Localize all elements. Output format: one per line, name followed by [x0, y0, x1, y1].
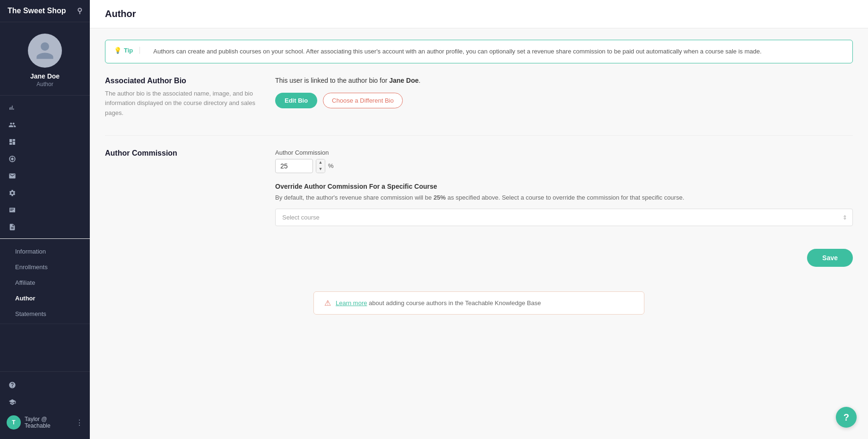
- save-button[interactable]: Save: [807, 249, 853, 267]
- bio-section-desc: The author bio is the associated name, i…: [105, 89, 256, 118]
- sidebar-item-mail[interactable]: [0, 167, 90, 184]
- commission-label: Author Commission: [275, 149, 853, 156]
- sidebar-item-statements[interactable]: Statements: [0, 306, 90, 322]
- sidebar-item-statements-icon[interactable]: [0, 219, 90, 236]
- person-icon: [35, 40, 55, 61]
- user-avatar-small: T: [7, 415, 21, 430]
- commission-input[interactable]: [275, 159, 313, 173]
- commission-section-right: Author Commission ▲ ▼ % Override Author …: [275, 149, 853, 227]
- sidebar-item-graduate[interactable]: [0, 394, 90, 411]
- main-header: Author: [90, 0, 868, 28]
- bottom-banner-text: Learn more about adding course authors i…: [336, 299, 541, 307]
- commission-stepper: ▲ ▼: [316, 159, 325, 173]
- bio-section-left: Associated Author Bio The author bio is …: [105, 77, 256, 118]
- sidebar-bottom: T Taylor @ Teachable ⋮: [0, 371, 90, 439]
- main-content: 💡 Tip Authors can create and publish cou…: [90, 28, 868, 439]
- sidebar-item-users[interactable]: [0, 116, 90, 133]
- bio-actions: Edit Bio Choose a Different Bio: [275, 93, 853, 108]
- sidebar-item-courses[interactable]: [0, 202, 90, 219]
- sidebar-header: The Sweet Shop ⚲: [0, 0, 90, 22]
- sidebar-item-analytics[interactable]: [0, 99, 90, 116]
- chart-icon: [9, 104, 16, 112]
- bio-section-title: Associated Author Bio: [105, 77, 256, 85]
- associated-bio-section: Associated Author Bio The author bio is …: [105, 77, 853, 118]
- footer-username: Taylor @ Teachable: [25, 416, 72, 429]
- commission-section: Author Commission Author Commission ▲ ▼ …: [105, 149, 853, 227]
- settings-icon: [9, 189, 16, 197]
- course-select[interactable]: Select course: [275, 209, 853, 226]
- section-divider: [105, 135, 853, 136]
- user-display-name: Jane Doe: [30, 72, 60, 80]
- sidebar-submenu: Information Enrollments Affiliate Author…: [0, 242, 90, 324]
- tip-text: Authors can create and publish courses o…: [147, 47, 762, 56]
- users-icon: [9, 121, 16, 129]
- sidebar-item-help[interactable]: [0, 377, 90, 394]
- sidebar: The Sweet Shop ⚲ Jane Doe Author: [0, 0, 90, 439]
- statements-icon: [9, 223, 16, 231]
- commission-input-row: ▲ ▼ %: [275, 159, 853, 173]
- graduate-icon: [9, 398, 16, 406]
- course-select-wrapper: Select course ⇕: [275, 209, 853, 226]
- bottom-banner: ⚠ Learn more about adding course authors…: [313, 291, 644, 315]
- sidebar-user-footer[interactable]: T Taylor @ Teachable ⋮: [0, 411, 90, 434]
- courses-icon: [9, 206, 16, 214]
- override-title: Override Author Commission For a Specifi…: [275, 183, 853, 190]
- dollar-icon: [9, 155, 16, 163]
- page-title: Author: [105, 9, 136, 19]
- commission-section-title: Author Commission: [105, 149, 256, 158]
- bio-linked-text: This user is linked to the author bio fo…: [275, 77, 853, 84]
- sidebar-item-information[interactable]: Information: [0, 244, 90, 259]
- edit-bio-button[interactable]: Edit Bio: [275, 93, 317, 108]
- sidebar-item-affiliate[interactable]: Affiliate: [0, 275, 90, 290]
- main-content-area: Author 💡 Tip Authors can create and publ…: [90, 0, 868, 439]
- sidebar-item-revenue[interactable]: [0, 150, 90, 167]
- help-icon: [9, 381, 16, 389]
- sidebar-item-settings[interactable]: [0, 184, 90, 202]
- dashboard-icon: [9, 138, 16, 146]
- school-name: The Sweet Shop: [8, 7, 66, 15]
- override-desc: By default, the author's revenue share c…: [275, 193, 853, 202]
- commission-percent-label: %: [328, 162, 334, 169]
- choose-bio-button[interactable]: Choose a Different Bio: [323, 93, 403, 108]
- search-icon[interactable]: ⚲: [77, 7, 82, 15]
- warning-icon: ⚠: [324, 299, 331, 307]
- sidebar-item-dashboard[interactable]: [0, 133, 90, 150]
- bio-section-right: This user is linked to the author bio fo…: [275, 77, 853, 118]
- stepper-up-button[interactable]: ▲: [316, 159, 325, 166]
- save-row: Save: [105, 243, 853, 272]
- stepper-down-button[interactable]: ▼: [316, 166, 325, 173]
- sidebar-nav: Information Enrollments Affiliate Author…: [0, 96, 90, 371]
- help-fab-button[interactable]: ?: [836, 407, 857, 428]
- learn-more-link[interactable]: Learn more: [336, 299, 367, 307]
- commission-section-left: Author Commission: [105, 149, 256, 227]
- sidebar-item-author[interactable]: Author: [0, 290, 90, 306]
- lightbulb-icon: 💡: [114, 47, 122, 54]
- sidebar-item-enrollments[interactable]: Enrollments: [0, 259, 90, 275]
- tip-label: 💡 Tip: [114, 47, 140, 54]
- tip-banner: 💡 Tip Authors can create and publish cou…: [105, 40, 853, 63]
- user-footer-menu-icon[interactable]: ⋮: [76, 418, 83, 427]
- mail-icon: [9, 172, 16, 180]
- user-display-role: Author: [36, 81, 53, 88]
- bio-author-name: Jane Doe: [389, 77, 418, 84]
- override-bold-percent: 25%: [434, 194, 446, 201]
- avatar: [28, 34, 62, 68]
- sidebar-avatar-section: Jane Doe Author: [0, 22, 90, 96]
